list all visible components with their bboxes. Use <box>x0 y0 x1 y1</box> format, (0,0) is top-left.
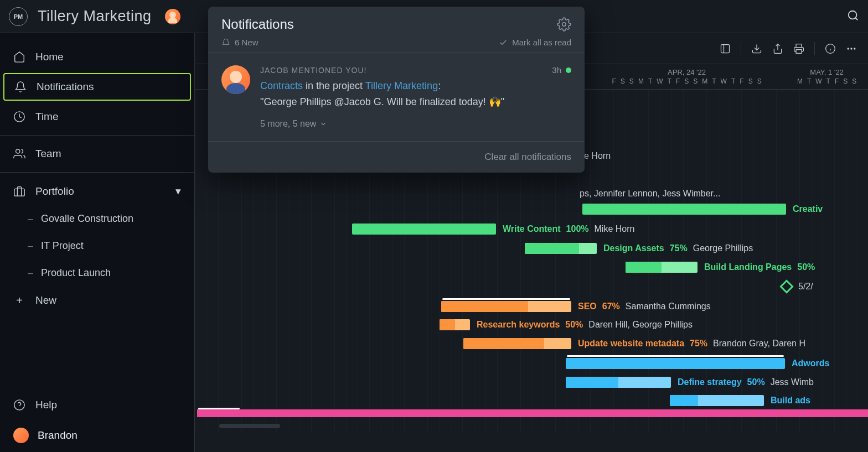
gantt-bar[interactable] <box>441 301 571 312</box>
notifications-panel: Notifications 6 New Mark all as read JAC… <box>208 7 585 173</box>
svg-rect-11 <box>796 49 802 53</box>
sidebar-user[interactable]: Brandon <box>0 419 194 452</box>
horizontal-scrollbar[interactable] <box>219 424 280 428</box>
chevron-down-icon <box>319 120 327 128</box>
notification-item[interactable]: JACOB MENTIONED YOU! 3h Contracts in the… <box>208 53 585 141</box>
notif-link-contracts[interactable]: Contracts <box>260 80 303 91</box>
svg-rect-4 <box>14 189 24 196</box>
gantt-bar[interactable] <box>525 243 597 254</box>
svg-point-17 <box>854 48 855 49</box>
sidebar-item-home[interactable]: Home <box>0 43 194 71</box>
portfolio-child-product[interactable]: – Product Launch <box>0 259 194 287</box>
help-label: Help <box>35 399 57 411</box>
sidebar-item-notifications[interactable]: Notifications <box>3 73 191 101</box>
sidebar-label: Notifications <box>37 81 94 93</box>
svg-point-18 <box>562 23 566 27</box>
app-title: Tillery Marketing <box>38 8 152 25</box>
sidebar-item-portfolio[interactable]: Portfolio ▾ <box>0 177 194 205</box>
gear-icon[interactable] <box>557 17 571 32</box>
sidebar-label: Time <box>35 111 59 123</box>
notif-link-project[interactable]: Tillery Marketing <box>365 80 438 91</box>
notif-avatar <box>221 65 250 94</box>
portfolio-child-govalle[interactable]: – Govalle Construction <box>0 205 194 232</box>
mark-all-read-button[interactable]: Mark all as read <box>499 38 571 47</box>
layout-icon[interactable] <box>720 43 731 54</box>
sidebar-label: Home <box>35 51 64 63</box>
new-label: New <box>35 294 56 306</box>
summary-bar[interactable] <box>197 409 868 417</box>
notif-message: Contracts in the project Tillery Marketi… <box>260 78 571 110</box>
sidebar: Home Notifications Time Team Portfolio ▾… <box>0 33 195 452</box>
clear-all-button[interactable]: Clear all notifications <box>208 141 585 173</box>
svg-point-16 <box>850 48 852 49</box>
child-label: IT Project <box>41 240 84 252</box>
svg-rect-7 <box>721 44 730 53</box>
gantt-bar[interactable] <box>566 377 671 388</box>
day-row: FSSMTWTFSSMTWTFSS <box>612 77 762 85</box>
plus-icon: + <box>13 294 25 306</box>
info-icon[interactable] <box>825 43 836 54</box>
clock-icon <box>13 111 25 123</box>
download-icon[interactable] <box>751 43 762 54</box>
briefcase-icon <box>13 185 25 198</box>
user-avatar <box>13 428 29 443</box>
share-icon[interactable] <box>772 43 783 54</box>
divider <box>814 42 815 55</box>
more-icon[interactable] <box>846 43 857 54</box>
gantt-bar[interactable] <box>582 204 786 215</box>
chevron-down-icon: ▾ <box>175 185 181 198</box>
svg-point-5 <box>14 400 24 410</box>
sidebar-label: Team <box>35 148 61 160</box>
date-group-apr: APR, 24 '22 FSSMTWTFSSMTWTFSS <box>588 64 786 89</box>
svg-point-15 <box>848 48 849 49</box>
tree-marker: – <box>28 240 33 252</box>
divider <box>741 42 741 55</box>
notif-expand-button[interactable]: 5 more, 5 new <box>260 119 571 129</box>
child-label: Govalle Construction <box>41 213 133 225</box>
app-logo[interactable]: PM <box>9 7 28 26</box>
portfolio-label: Portfolio <box>35 185 74 198</box>
tree-marker: – <box>28 213 33 225</box>
sidebar-new-button[interactable]: + New <box>0 287 194 314</box>
gantt-bar[interactable] <box>626 262 698 273</box>
unread-dot-icon <box>566 67 571 73</box>
check-icon <box>499 38 508 47</box>
home-icon <box>13 51 25 63</box>
bell-icon <box>221 38 230 47</box>
gantt-bar[interactable] <box>566 358 785 369</box>
svg-point-3 <box>16 149 20 153</box>
gantt-bar[interactable] <box>463 338 571 349</box>
help-icon <box>13 399 25 411</box>
gantt-bar[interactable] <box>440 319 470 330</box>
sidebar-help[interactable]: Help <box>0 391 194 419</box>
notif-count: 6 New <box>235 38 259 47</box>
divider <box>0 172 194 173</box>
sidebar-item-team[interactable]: Team <box>0 140 194 168</box>
search-icon[interactable] <box>847 9 859 22</box>
child-label: Product Launch <box>41 267 111 279</box>
user-avatar-header[interactable] <box>165 9 180 24</box>
tree-marker: – <box>28 267 33 279</box>
portfolio-child-it[interactable]: – IT Project <box>0 232 194 259</box>
print-icon[interactable] <box>793 43 804 54</box>
sidebar-item-time[interactable]: Time <box>0 103 194 131</box>
people-icon <box>13 148 25 160</box>
milestone-icon[interactable] <box>779 279 793 293</box>
gantt-bar[interactable] <box>670 395 764 406</box>
gantt-bar[interactable] <box>352 224 496 235</box>
notif-heading: JACOB MENTIONED YOU! <box>260 66 366 75</box>
bell-icon <box>14 81 27 93</box>
divider <box>0 135 194 136</box>
svg-line-1 <box>855 18 857 20</box>
notifications-title: Notifications <box>221 17 294 32</box>
user-name: Brandon <box>38 429 78 441</box>
day-row: MTWTFSS <box>797 77 856 85</box>
date-group-may: MAY, 1 '22 MTWTFSS <box>786 64 868 89</box>
notif-time: 3h <box>552 65 561 75</box>
svg-point-0 <box>849 11 857 19</box>
